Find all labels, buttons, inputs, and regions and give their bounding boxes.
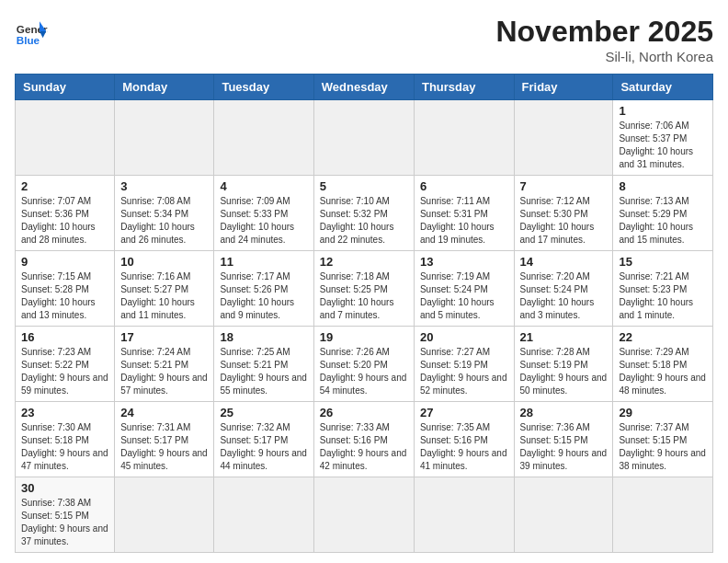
day-info: Sunrise: 7:13 AMSunset: 5:29 PMDaylight:…	[619, 195, 707, 247]
logo: General Blue	[15, 15, 48, 48]
day-info: Sunrise: 7:10 AMSunset: 5:32 PMDaylight:…	[320, 195, 408, 247]
day-info: Sunrise: 7:33 AMSunset: 5:16 PMDaylight:…	[320, 421, 408, 473]
day-info: Sunrise: 7:25 AMSunset: 5:21 PMDaylight:…	[220, 346, 307, 397]
calendar-day: 8Sunrise: 7:13 AMSunset: 5:29 PMDaylight…	[613, 176, 713, 251]
day-number: 10	[120, 255, 208, 269]
calendar-day	[214, 477, 313, 553]
day-info: Sunrise: 7:26 AMSunset: 5:20 PMDaylight:…	[320, 346, 408, 397]
calendar-day: 15Sunrise: 7:21 AMSunset: 5:23 PMDayligh…	[613, 251, 713, 327]
day-number: 27	[420, 406, 508, 419]
calendar-day: 25Sunrise: 7:32 AMSunset: 5:17 PMDayligh…	[214, 402, 313, 477]
weekday-header-row: SundayMondayTuesdayWednesdayThursdayFrid…	[16, 75, 713, 100]
day-info: Sunrise: 7:07 AMSunset: 5:36 PMDaylight:…	[21, 195, 108, 247]
calendar-day: 26Sunrise: 7:33 AMSunset: 5:16 PMDayligh…	[313, 402, 414, 477]
calendar-day	[514, 477, 613, 553]
day-number: 25	[220, 406, 307, 419]
calendar-day	[313, 477, 414, 553]
day-number: 8	[619, 179, 707, 193]
day-info: Sunrise: 7:30 AMSunset: 5:18 PMDaylight:…	[21, 421, 108, 473]
day-info: Sunrise: 7:20 AMSunset: 5:24 PMDaylight:…	[520, 270, 608, 322]
calendar-day	[115, 100, 214, 176]
calendar-day: 17Sunrise: 7:24 AMSunset: 5:21 PMDayligh…	[115, 327, 214, 402]
page-header: General Blue November 2025 Sil-li, North…	[15, 15, 713, 64]
calendar-day: 4Sunrise: 7:09 AMSunset: 5:33 PMDaylight…	[214, 176, 313, 251]
calendar-day: 2Sunrise: 7:07 AMSunset: 5:36 PMDaylight…	[16, 176, 115, 251]
day-number: 14	[520, 255, 608, 269]
day-info: Sunrise: 7:06 AMSunset: 5:37 PMDaylight:…	[619, 120, 707, 171]
day-number: 30	[21, 481, 108, 495]
day-info: Sunrise: 7:23 AMSunset: 5:22 PMDaylight:…	[21, 346, 108, 397]
day-number: 1	[619, 104, 707, 118]
day-info: Sunrise: 7:24 AMSunset: 5:21 PMDaylight:…	[120, 346, 208, 397]
calendar-day	[313, 100, 414, 176]
calendar-day: 3Sunrise: 7:08 AMSunset: 5:34 PMDaylight…	[115, 176, 214, 251]
calendar-day: 7Sunrise: 7:12 AMSunset: 5:30 PMDaylight…	[514, 176, 613, 251]
day-number: 22	[619, 330, 707, 344]
day-info: Sunrise: 7:19 AMSunset: 5:24 PMDaylight:…	[420, 270, 508, 322]
day-number: 11	[220, 255, 307, 269]
day-number: 12	[320, 255, 408, 269]
weekday-header-wednesday: Wednesday	[313, 75, 414, 100]
calendar-day: 12Sunrise: 7:18 AMSunset: 5:25 PMDayligh…	[313, 251, 414, 327]
calendar-day: 18Sunrise: 7:25 AMSunset: 5:21 PMDayligh…	[214, 327, 313, 402]
day-info: Sunrise: 7:32 AMSunset: 5:17 PMDaylight:…	[220, 421, 307, 473]
calendar-day: 24Sunrise: 7:31 AMSunset: 5:17 PMDayligh…	[115, 402, 214, 477]
weekday-header-thursday: Thursday	[414, 75, 514, 100]
calendar-week-row: 1Sunrise: 7:06 AMSunset: 5:37 PMDaylight…	[16, 100, 713, 176]
weekday-header-monday: Monday	[115, 75, 214, 100]
day-info: Sunrise: 7:36 AMSunset: 5:15 PMDaylight:…	[520, 421, 608, 473]
calendar-table: SundayMondayTuesdayWednesdayThursdayFrid…	[15, 74, 713, 553]
day-number: 24	[120, 406, 208, 419]
calendar-week-row: 30Sunrise: 7:38 AMSunset: 5:15 PMDayligh…	[16, 477, 713, 553]
day-info: Sunrise: 7:08 AMSunset: 5:34 PMDaylight:…	[120, 195, 208, 247]
weekday-header-saturday: Saturday	[613, 75, 713, 100]
day-info: Sunrise: 7:29 AMSunset: 5:18 PMDaylight:…	[619, 346, 707, 397]
day-number: 28	[520, 406, 608, 419]
weekday-header-friday: Friday	[514, 75, 613, 100]
day-info: Sunrise: 7:15 AMSunset: 5:28 PMDaylight:…	[21, 270, 108, 322]
day-info: Sunrise: 7:28 AMSunset: 5:19 PMDaylight:…	[520, 346, 608, 397]
logo-icon: General Blue	[15, 15, 48, 48]
calendar-day: 10Sunrise: 7:16 AMSunset: 5:27 PMDayligh…	[115, 251, 214, 327]
calendar-day: 16Sunrise: 7:23 AMSunset: 5:22 PMDayligh…	[16, 327, 115, 402]
day-number: 18	[220, 330, 307, 344]
day-number: 17	[120, 330, 208, 344]
day-info: Sunrise: 7:18 AMSunset: 5:25 PMDaylight:…	[320, 270, 408, 322]
calendar-day	[115, 477, 214, 553]
calendar-week-row: 23Sunrise: 7:30 AMSunset: 5:18 PMDayligh…	[16, 402, 713, 477]
weekday-header-tuesday: Tuesday	[214, 75, 313, 100]
calendar-day: 14Sunrise: 7:20 AMSunset: 5:24 PMDayligh…	[514, 251, 613, 327]
day-number: 23	[21, 406, 108, 419]
day-number: 4	[220, 179, 307, 193]
calendar-day: 9Sunrise: 7:15 AMSunset: 5:28 PMDaylight…	[16, 251, 115, 327]
calendar-day: 20Sunrise: 7:27 AMSunset: 5:19 PMDayligh…	[414, 327, 514, 402]
day-info: Sunrise: 7:12 AMSunset: 5:30 PMDaylight:…	[520, 195, 608, 247]
calendar-day	[214, 100, 313, 176]
day-info: Sunrise: 7:09 AMSunset: 5:33 PMDaylight:…	[220, 195, 307, 247]
day-number: 19	[320, 330, 408, 344]
day-number: 9	[21, 255, 108, 269]
svg-text:Blue: Blue	[17, 34, 40, 46]
month-title: November 2025	[495, 15, 713, 49]
day-number: 3	[120, 179, 208, 193]
calendar-day	[414, 477, 514, 553]
calendar-day	[514, 100, 613, 176]
day-number: 6	[420, 179, 508, 193]
calendar-day: 28Sunrise: 7:36 AMSunset: 5:15 PMDayligh…	[514, 402, 613, 477]
day-info: Sunrise: 7:37 AMSunset: 5:15 PMDaylight:…	[619, 421, 707, 473]
day-number: 13	[420, 255, 508, 269]
calendar-day: 11Sunrise: 7:17 AMSunset: 5:26 PMDayligh…	[214, 251, 313, 327]
day-number: 29	[619, 406, 707, 419]
calendar-day: 27Sunrise: 7:35 AMSunset: 5:16 PMDayligh…	[414, 402, 514, 477]
title-block: November 2025 Sil-li, North Korea	[495, 15, 713, 64]
calendar-day	[613, 477, 713, 553]
calendar-day: 21Sunrise: 7:28 AMSunset: 5:19 PMDayligh…	[514, 327, 613, 402]
calendar-day: 1Sunrise: 7:06 AMSunset: 5:37 PMDaylight…	[613, 100, 713, 176]
calendar-day: 13Sunrise: 7:19 AMSunset: 5:24 PMDayligh…	[414, 251, 514, 327]
day-info: Sunrise: 7:17 AMSunset: 5:26 PMDaylight:…	[220, 270, 307, 322]
day-number: 2	[21, 179, 108, 193]
day-number: 16	[21, 330, 108, 344]
calendar-day	[16, 100, 115, 176]
day-info: Sunrise: 7:35 AMSunset: 5:16 PMDaylight:…	[420, 421, 508, 473]
calendar-week-row: 2Sunrise: 7:07 AMSunset: 5:36 PMDaylight…	[16, 176, 713, 251]
